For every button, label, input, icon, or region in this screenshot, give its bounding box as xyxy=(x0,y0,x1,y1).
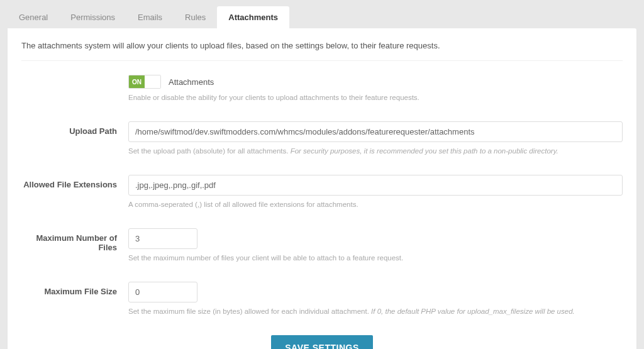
allowed-ext-input[interactable] xyxy=(128,175,623,196)
max-files-input[interactable] xyxy=(128,228,197,249)
intro-text: The attachments system will allow your c… xyxy=(21,41,623,61)
settings-panel: The attachments system will allow your c… xyxy=(8,28,636,349)
empty-label xyxy=(21,75,128,80)
tab-permissions[interactable]: Permissions xyxy=(59,6,126,28)
tabs-bar: General Permissions Emails Rules Attachm… xyxy=(8,6,636,28)
tab-rules[interactable]: Rules xyxy=(174,6,217,28)
allowed-ext-help: A comma-seperated (,) list of all allowe… xyxy=(128,199,623,209)
max-size-label: Maximum File Size xyxy=(21,282,128,296)
max-files-help: Set the maximum number of files your cli… xyxy=(128,253,623,263)
max-files-label: Maximum Number of Files xyxy=(21,228,128,252)
tab-attachments[interactable]: Attachments xyxy=(217,6,289,28)
max-size-input[interactable] xyxy=(128,282,197,302)
tab-general[interactable]: General xyxy=(8,6,59,28)
attachments-toggle-help: Enable or disable the ability for your c… xyxy=(128,92,623,102)
row-max-size: Maximum File Size Set the maximum file s… xyxy=(21,282,623,316)
attachments-toggle[interactable]: ON xyxy=(128,75,161,89)
row-upload-path: Upload Path Set the upload path (absolut… xyxy=(21,121,623,156)
row-max-files: Maximum Number of Files Set the maximum … xyxy=(21,228,623,263)
upload-path-help: Set the upload path (absolute) for all a… xyxy=(128,146,623,156)
attachments-toggle-label: Attachments xyxy=(169,77,214,87)
upload-path-input[interactable] xyxy=(128,121,623,142)
row-attachments-toggle: ON Attachments Enable or disable the abi… xyxy=(21,75,623,102)
allowed-ext-label: Allowed File Extensions xyxy=(21,175,128,189)
toggle-on-text: ON xyxy=(129,75,145,88)
upload-path-label: Upload Path xyxy=(21,121,128,136)
actions-row: SAVE SETTINGS xyxy=(21,335,623,349)
max-size-help: Set the maximum file size (in bytes) all… xyxy=(128,306,623,316)
row-allowed-ext: Allowed File Extensions A comma-seperate… xyxy=(21,175,623,209)
tab-emails[interactable]: Emails xyxy=(126,6,174,28)
save-settings-button[interactable]: SAVE SETTINGS xyxy=(271,335,372,349)
toggle-off-side xyxy=(145,75,160,88)
